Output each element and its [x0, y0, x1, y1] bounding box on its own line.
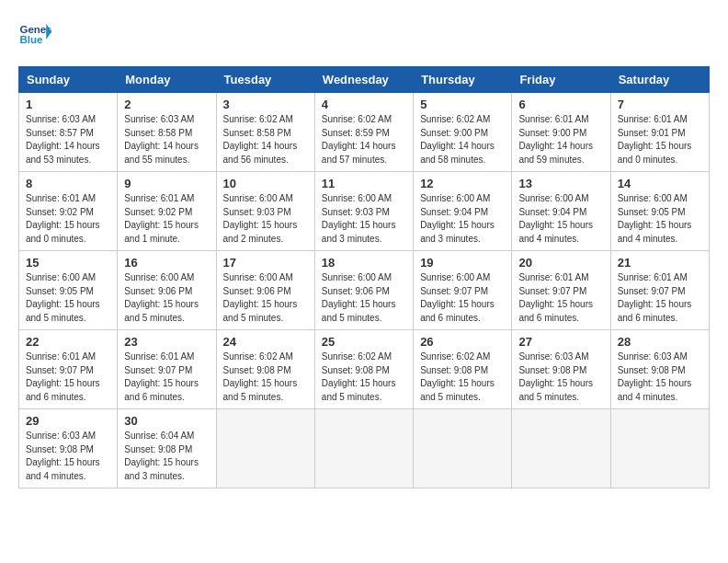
day-info: Sunrise: 6:01 AMSunset: 9:07 PMDaylight:…: [124, 350, 209, 404]
day-cell-28: 28 Sunrise: 6:03 AMSunset: 9:08 PMDaylig…: [610, 330, 709, 409]
weekday-header-monday: Monday: [118, 67, 216, 93]
page-header: General Blue: [18, 18, 710, 52]
day-info: Sunrise: 6:01 AMSunset: 9:07 PMDaylight:…: [518, 271, 603, 325]
empty-cell: [314, 409, 413, 488]
day-cell-27: 27 Sunrise: 6:03 AMSunset: 9:08 PMDaylig…: [512, 330, 610, 409]
day-cell-5: 5 Sunrise: 6:02 AMSunset: 9:00 PMDayligh…: [414, 93, 512, 172]
weekday-header-wednesday: Wednesday: [314, 67, 413, 93]
calendar-row: 29 Sunrise: 6:03 AMSunset: 9:08 PMDaylig…: [19, 409, 710, 488]
day-number: 2: [124, 98, 209, 111]
day-number: 21: [618, 256, 702, 270]
day-number: 20: [518, 256, 603, 270]
day-number: 10: [223, 177, 308, 190]
day-cell-14: 14 Sunrise: 6:00 AMSunset: 9:05 PMDaylig…: [610, 172, 709, 251]
day-number: 11: [322, 177, 406, 190]
calendar-table: SundayMondayTuesdayWednesdayThursdayFrid…: [18, 66, 710, 488]
day-cell-12: 12 Sunrise: 6:00 AMSunset: 9:04 PMDaylig…: [414, 172, 512, 251]
day-number: 1: [26, 98, 110, 111]
empty-cell: [512, 409, 610, 488]
day-number: 12: [420, 177, 505, 190]
day-cell-7: 7 Sunrise: 6:01 AMSunset: 9:01 PMDayligh…: [610, 93, 709, 172]
empty-cell: [216, 409, 314, 488]
day-cell-18: 18 Sunrise: 6:00 AMSunset: 9:06 PMDaylig…: [314, 251, 413, 330]
day-info: Sunrise: 6:03 AMSunset: 8:57 PMDaylight:…: [26, 113, 110, 167]
weekday-header-thursday: Thursday: [414, 67, 512, 93]
day-cell-15: 15 Sunrise: 6:00 AMSunset: 9:05 PMDaylig…: [19, 251, 118, 330]
day-cell-17: 17 Sunrise: 6:00 AMSunset: 9:06 PMDaylig…: [216, 251, 314, 330]
day-number: 15: [26, 256, 110, 270]
day-number: 28: [618, 335, 702, 349]
day-info: Sunrise: 6:00 AMSunset: 9:04 PMDaylight:…: [518, 192, 603, 246]
day-cell-29: 29 Sunrise: 6:03 AMSunset: 9:08 PMDaylig…: [19, 409, 118, 488]
day-cell-22: 22 Sunrise: 6:01 AMSunset: 9:07 PMDaylig…: [19, 330, 118, 409]
day-number: 9: [124, 177, 209, 190]
day-info: Sunrise: 6:02 AMSunset: 9:08 PMDaylight:…: [223, 350, 308, 404]
day-cell-19: 19 Sunrise: 6:00 AMSunset: 9:07 PMDaylig…: [414, 251, 512, 330]
day-number: 30: [124, 414, 209, 428]
day-cell-9: 9 Sunrise: 6:01 AMSunset: 9:02 PMDayligh…: [118, 172, 216, 251]
day-cell-2: 2 Sunrise: 6:03 AMSunset: 8:58 PMDayligh…: [118, 93, 216, 172]
empty-cell: [414, 409, 512, 488]
day-info: Sunrise: 6:03 AMSunset: 9:08 PMDaylight:…: [618, 350, 702, 404]
day-info: Sunrise: 6:01 AMSunset: 9:00 PMDaylight:…: [518, 113, 603, 167]
day-cell-3: 3 Sunrise: 6:02 AMSunset: 8:58 PMDayligh…: [216, 93, 314, 172]
day-number: 7: [618, 98, 702, 111]
day-number: 3: [223, 98, 308, 111]
empty-cell: [610, 409, 709, 488]
calendar-row: 8 Sunrise: 6:01 AMSunset: 9:02 PMDayligh…: [19, 172, 710, 251]
day-cell-30: 30 Sunrise: 6:04 AMSunset: 9:08 PMDaylig…: [118, 409, 216, 488]
day-info: Sunrise: 6:01 AMSunset: 9:07 PMDaylight:…: [26, 350, 110, 404]
day-info: Sunrise: 6:00 AMSunset: 9:05 PMDaylight:…: [26, 271, 110, 325]
day-info: Sunrise: 6:01 AMSunset: 9:02 PMDaylight:…: [124, 192, 209, 246]
day-info: Sunrise: 6:02 AMSunset: 9:08 PMDaylight:…: [322, 350, 406, 404]
day-cell-20: 20 Sunrise: 6:01 AMSunset: 9:07 PMDaylig…: [512, 251, 610, 330]
weekday-header-friday: Friday: [512, 67, 610, 93]
day-number: 17: [223, 256, 308, 270]
logo: General Blue: [18, 18, 51, 52]
day-info: Sunrise: 6:00 AMSunset: 9:05 PMDaylight:…: [618, 192, 702, 246]
day-number: 13: [518, 177, 603, 190]
day-cell-8: 8 Sunrise: 6:01 AMSunset: 9:02 PMDayligh…: [19, 172, 118, 251]
day-number: 8: [26, 177, 110, 190]
day-number: 29: [26, 414, 110, 428]
day-info: Sunrise: 6:03 AMSunset: 9:08 PMDaylight:…: [26, 430, 110, 483]
day-info: Sunrise: 6:01 AMSunset: 9:01 PMDaylight:…: [618, 113, 702, 167]
day-number: 16: [124, 256, 209, 270]
weekday-header-saturday: Saturday: [610, 67, 709, 93]
day-number: 23: [124, 335, 209, 349]
day-number: 14: [618, 177, 702, 190]
day-number: 26: [420, 335, 505, 349]
calendar-row: 22 Sunrise: 6:01 AMSunset: 9:07 PMDaylig…: [19, 330, 710, 409]
day-cell-1: 1 Sunrise: 6:03 AMSunset: 8:57 PMDayligh…: [19, 93, 118, 172]
day-info: Sunrise: 6:02 AMSunset: 9:08 PMDaylight:…: [420, 350, 505, 404]
day-info: Sunrise: 6:01 AMSunset: 9:02 PMDaylight:…: [26, 192, 110, 246]
weekday-header-tuesday: Tuesday: [216, 67, 314, 93]
svg-text:Blue: Blue: [19, 34, 43, 45]
day-cell-11: 11 Sunrise: 6:00 AMSunset: 9:03 PMDaylig…: [314, 172, 413, 251]
calendar-row: 1 Sunrise: 6:03 AMSunset: 8:57 PMDayligh…: [19, 93, 710, 172]
day-cell-26: 26 Sunrise: 6:02 AMSunset: 9:08 PMDaylig…: [414, 330, 512, 409]
day-info: Sunrise: 6:00 AMSunset: 9:03 PMDaylight:…: [223, 192, 308, 246]
day-info: Sunrise: 6:00 AMSunset: 9:07 PMDaylight:…: [420, 271, 505, 325]
day-number: 18: [322, 256, 406, 270]
day-cell-25: 25 Sunrise: 6:02 AMSunset: 9:08 PMDaylig…: [314, 330, 413, 409]
day-info: Sunrise: 6:04 AMSunset: 9:08 PMDaylight:…: [124, 430, 209, 483]
day-cell-4: 4 Sunrise: 6:02 AMSunset: 8:59 PMDayligh…: [314, 93, 413, 172]
day-number: 5: [420, 98, 505, 111]
day-cell-10: 10 Sunrise: 6:00 AMSunset: 9:03 PMDaylig…: [216, 172, 314, 251]
day-cell-21: 21 Sunrise: 6:01 AMSunset: 9:07 PMDaylig…: [610, 251, 709, 330]
day-cell-24: 24 Sunrise: 6:02 AMSunset: 9:08 PMDaylig…: [216, 330, 314, 409]
day-cell-16: 16 Sunrise: 6:00 AMSunset: 9:06 PMDaylig…: [118, 251, 216, 330]
day-cell-23: 23 Sunrise: 6:01 AMSunset: 9:07 PMDaylig…: [118, 330, 216, 409]
day-info: Sunrise: 6:03 AMSunset: 8:58 PMDaylight:…: [124, 113, 209, 167]
day-info: Sunrise: 6:02 AMSunset: 8:59 PMDaylight:…: [322, 113, 406, 167]
calendar-row: 15 Sunrise: 6:00 AMSunset: 9:05 PMDaylig…: [19, 251, 710, 330]
day-number: 27: [518, 335, 603, 349]
day-info: Sunrise: 6:01 AMSunset: 9:07 PMDaylight:…: [618, 271, 702, 325]
day-info: Sunrise: 6:00 AMSunset: 9:04 PMDaylight:…: [420, 192, 505, 246]
logo-icon: General Blue: [18, 18, 51, 52]
day-number: 4: [322, 98, 406, 111]
day-number: 22: [26, 335, 110, 349]
day-info: Sunrise: 6:03 AMSunset: 9:08 PMDaylight:…: [518, 350, 603, 404]
day-info: Sunrise: 6:00 AMSunset: 9:06 PMDaylight:…: [223, 271, 308, 325]
